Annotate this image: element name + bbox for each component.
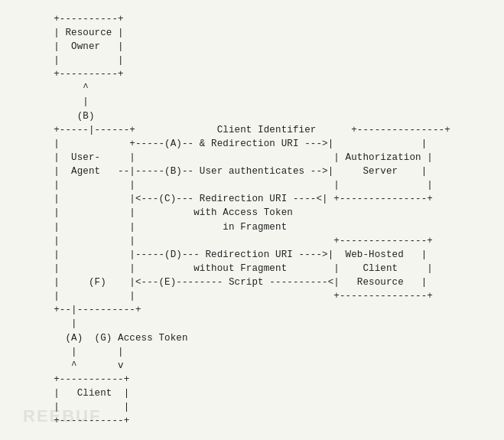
diagram-line-20: | (F) |<---(E)-------- Script ----------… bbox=[54, 275, 450, 289]
diagram-line-19: | | without Fragment | Client | bbox=[54, 262, 450, 275]
diagram-line-6: ^ bbox=[54, 81, 450, 95]
diagram-line-3: | Owner | bbox=[54, 40, 450, 54]
diagram-line-23: | bbox=[54, 317, 450, 331]
diagram-line-28: | Client | bbox=[54, 386, 450, 400]
diagram-line-27: +-----------+ bbox=[54, 373, 450, 386]
diagram-line-25: | | bbox=[54, 345, 450, 359]
diagram-line-21: | | +---------------+ bbox=[54, 289, 450, 303]
ascii-diagram: +----------+| Resource || Owner || |+---… bbox=[44, 5, 460, 436]
diagram-line-11: | User- | | Authorization | bbox=[54, 151, 450, 165]
diagram-line-26: ^ v bbox=[54, 359, 450, 373]
diagram-line-16: | | in Fragment bbox=[54, 220, 450, 234]
diagram-line-14: | |<---(C)--- Redirection URI ----<| +--… bbox=[54, 192, 450, 206]
diagram-line-9: +-----|------+ Client Identifier +------… bbox=[54, 123, 450, 137]
diagram-line-22: +--|----------+ bbox=[54, 303, 450, 317]
diagram-line-29: | | bbox=[54, 400, 450, 414]
diagram-line-4: | | bbox=[54, 54, 450, 67]
diagram-line-1: +----------+ bbox=[54, 12, 450, 26]
diagram-line-13: | | | | bbox=[54, 178, 450, 192]
diagram-line-12: | Agent --|-----(B)-- User authenticates… bbox=[54, 165, 450, 178]
diagram-line-8: (B) bbox=[54, 109, 450, 123]
diagram-line-7: | bbox=[54, 95, 450, 109]
diagram-line-15: | | with Access Token bbox=[54, 206, 450, 220]
diagram-line-5: +----------+ bbox=[54, 67, 450, 81]
diagram-line-18: | |-----(D)--- Redirection URI ---->| We… bbox=[54, 248, 450, 262]
diagram-line-24: (A) (G) Access Token bbox=[54, 331, 450, 345]
diagram-line-30: +-----------+ bbox=[54, 414, 450, 428]
diagram-line-10: | +-----(A)-- & Redirection URI --->| | bbox=[54, 137, 450, 151]
watermark-text: REEBUF bbox=[23, 406, 101, 426]
diagram-line-17: | | +---------------+ bbox=[54, 234, 450, 248]
diagram-line-2: | Resource | bbox=[54, 26, 450, 40]
